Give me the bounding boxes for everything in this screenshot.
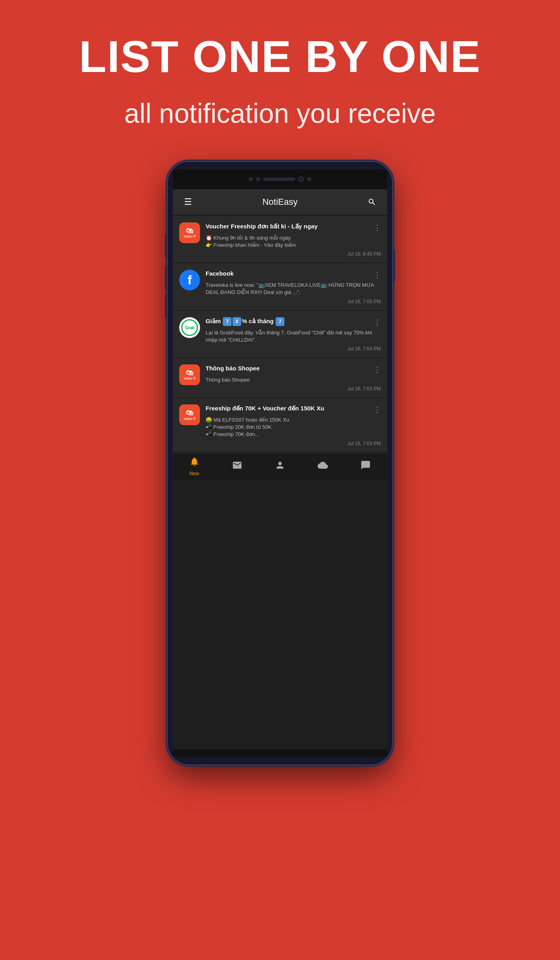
search-icon[interactable] [365, 195, 379, 209]
notif-body-5: 🤑 Mã ELFSS07 hoàn đến 150K Xu📲 Freeship … [206, 416, 381, 438]
notif-menu-2[interactable]: ⋮ [374, 270, 381, 279]
menu-icon[interactable]: ☰ [181, 195, 195, 209]
nav-item-email[interactable] [216, 460, 258, 473]
notif-time-5: Jul 16, 7:03 PM [206, 441, 381, 446]
notif-body-2: Traveloka is live now: "📺XEM TRAVELOKA L… [206, 282, 381, 296]
notif-body-4: Thông báo Shopee [206, 376, 381, 384]
shopee-icon-5: 🛍 TRĂM TỶ [179, 404, 200, 425]
hero-subtitle: all notification you receive [24, 97, 536, 130]
notif-title-3: Giảm 70% cả tháng 7 [206, 317, 370, 326]
dot-3 [307, 177, 311, 181]
notif-time-3: Jul 16, 7:04 PM [206, 346, 381, 352]
nav-item-chat[interactable] [344, 460, 387, 473]
phone-wrapper: ☰ NotiEasy 🛍 TRĂM TỶ [0, 162, 560, 764]
notif-card-3[interactable]: Grab Giảm 70% cả tháng 7 ⋮ Lại là GrabFo… [173, 311, 387, 357]
shopee-icon-1: 🛍 TRĂM TỶ [179, 222, 200, 243]
grab-icon: Grab [179, 317, 200, 338]
notif-content-4: Thông báo Shopee ⋮ Thông báo Shopee Jul … [206, 364, 381, 392]
dot-2 [256, 177, 260, 181]
notif-content-3: Giảm 70% cả tháng 7 ⋮ Lại là GrabFood đâ… [206, 317, 381, 352]
cloud-icon [318, 460, 328, 473]
phone-camera-area [249, 176, 311, 182]
bell-icon [189, 456, 200, 469]
app-bar: ☰ NotiEasy [173, 189, 387, 215]
notif-title-2: Facebook [206, 270, 370, 278]
notif-time-2: Jul 16, 7:05 PM [206, 299, 381, 304]
notif-card-1[interactable]: 🛍 TRĂM TỶ Voucher Freeship đơn bất kì - … [173, 216, 387, 262]
notif-title-5: Freeship đến 70K + Voucher đến 150K Xu [206, 404, 370, 412]
speaker [263, 178, 295, 181]
nav-item-profile[interactable] [258, 460, 301, 473]
notif-card-4[interactable]: 🛍 TRĂM TỶ Thông báo Shopee ⋮ Thông báo S… [173, 358, 387, 397]
notif-menu-4[interactable]: ⋮ [374, 365, 381, 374]
nav-label-new: New [190, 471, 199, 476]
notif-content-2: Facebook ⋮ Traveloka is live now: "📺XEM … [206, 270, 381, 304]
app-title: NotiEasy [262, 197, 298, 207]
nav-item-cloud[interactable] [302, 460, 344, 473]
notif-content-5: Freeship đến 70K + Voucher đến 150K Xu ⋮… [206, 404, 381, 446]
notif-card-5[interactable]: 🛍 TRĂM TỶ Freeship đến 70K + Voucher đến… [173, 398, 387, 452]
notif-body-1: ⏰ Khung 9h tối & 9h sáng mỗi ngày👉 Frees… [206, 234, 381, 249]
notif-time-4: Jul 16, 7:03 PM [206, 386, 381, 392]
phone-top-bar [173, 169, 387, 189]
person-icon [275, 460, 285, 473]
notif-time-1: Jul 16, 8:45 PM [206, 251, 381, 257]
notif-title-1: Voucher Freeship đơn bất kì - Lấy ngay [206, 222, 370, 230]
notif-menu-5[interactable]: ⋮ [374, 405, 381, 414]
hero-title: LIST ONE BY ONE [24, 32, 536, 81]
notif-content-1: Voucher Freeship đơn bất kì - Lấy ngay ⋮… [206, 222, 381, 257]
nav-item-new[interactable]: New [173, 456, 216, 476]
phone-bottom-bar [173, 749, 387, 757]
facebook-icon: f [179, 270, 200, 290]
notif-title-4: Thông báo Shopee [206, 364, 370, 372]
phone-screen: ☰ NotiEasy 🛍 TRĂM TỶ [173, 189, 387, 749]
notif-body-3: Lại là GrabFood đây. Vẫn tháng 7, GrabFo… [206, 329, 381, 344]
bottom-nav: New [173, 453, 387, 480]
notif-card-2[interactable]: f Facebook ⋮ Traveloka is live now: "📺XE… [173, 263, 387, 309]
notification-list: 🛍 TRĂM TỶ Voucher Freeship đơn bất kì - … [173, 216, 387, 452]
chat-icon [360, 460, 371, 473]
phone-outer: ☰ NotiEasy 🛍 TRĂM TỶ [168, 162, 392, 764]
shopee-icon-4: 🛍 TRĂM TỶ [179, 364, 200, 385]
dot-1 [249, 177, 253, 181]
hero-section: LIST ONE BY ONE all notification you rec… [0, 0, 560, 146]
camera-dot [298, 176, 304, 182]
email-icon [232, 460, 242, 473]
notif-menu-1[interactable]: ⋮ [374, 223, 381, 232]
notif-menu-3[interactable]: ⋮ [374, 318, 381, 327]
